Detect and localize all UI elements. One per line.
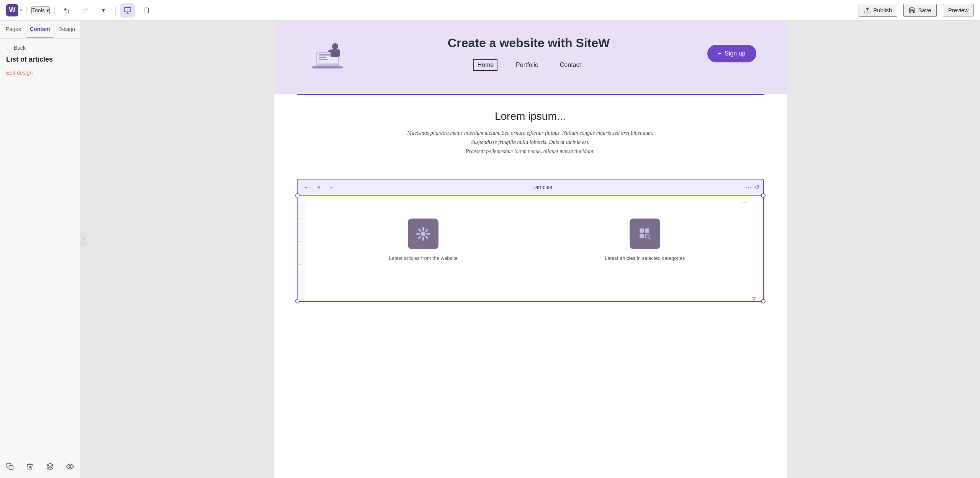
svg-marker-7 — [47, 463, 53, 467]
visibility-icon[interactable] — [63, 460, 77, 473]
divider-2 — [54, 6, 55, 15]
nav-portfolio[interactable]: Portfolio — [513, 60, 542, 70]
logo-icon: W — [6, 4, 18, 16]
svg-rect-6 — [9, 466, 13, 470]
preview-label: Preview — [948, 7, 969, 13]
history-icons: ▾ — [59, 3, 111, 18]
edit-design-link[interactable]: Edit design → — [6, 70, 74, 76]
content-section: Lorem ipsum... Maecenas pharetra metus i… — [274, 95, 787, 171]
svg-rect-23 — [426, 233, 430, 235]
svg-rect-21 — [422, 227, 424, 231]
align-center-icon[interactable]: ≡ — [314, 182, 324, 193]
mobile-view-button[interactable] — [139, 3, 154, 18]
left-ruler — [298, 196, 305, 301]
publish-label: Publish — [873, 7, 892, 13]
block-refresh-icon[interactable]: ↺ — [754, 184, 759, 191]
save-label: Save — [918, 7, 931, 13]
svg-rect-14 — [312, 66, 343, 69]
ruler-mark-4 — [298, 241, 301, 242]
website-preview: Create a website with SiteW Home Portfol… — [274, 21, 787, 478]
handle-bottom-right[interactable] — [761, 299, 766, 303]
svg-rect-12 — [319, 57, 326, 58]
hero-illustration — [304, 36, 350, 71]
topbar: W ▾ Tools ▾ ▾ — [0, 0, 980, 21]
ruler-mark-7 — [298, 276, 301, 276]
layers-icon[interactable] — [43, 460, 57, 473]
article-block-area: ← ≡ → t articles ⋯ ↺ ⋯ — [274, 171, 787, 317]
undo-button[interactable] — [59, 3, 74, 18]
tools-button[interactable]: Tools ▾ — [31, 7, 50, 14]
block-toolbar-right: ⋯ ↺ — [745, 184, 759, 191]
section-title: List of articles — [6, 55, 74, 64]
ruler-mark-2 — [298, 219, 301, 219]
content-title: Lorem ipsum... — [304, 110, 756, 122]
back-label: Back — [14, 45, 26, 51]
svg-rect-27 — [416, 233, 420, 235]
article-selection-box: ⋯ — [297, 195, 764, 302]
history-more-arrow: ▾ — [102, 7, 105, 14]
hero-section: Create a website with SiteW Home Portfol… — [274, 21, 787, 94]
preview-button[interactable]: Preview — [943, 4, 974, 16]
block-toolbar-icons: ← ≡ → — [301, 182, 337, 193]
signup-label: Sign up — [725, 50, 745, 57]
svg-rect-17 — [328, 50, 332, 52]
block-options-icon[interactable]: ⋯ — [745, 184, 751, 191]
tab-content[interactable]: Content — [27, 21, 54, 38]
ruler-mark-6 — [298, 264, 301, 265]
tools-arrow: ▾ — [46, 7, 49, 13]
hero-nav: Home Portfolio Contact — [473, 59, 584, 71]
divider-1 — [26, 6, 27, 15]
sidebar-tabs: Pages Content Design — [0, 21, 80, 39]
content-body: Maecenas pharetra metus interdum dictum.… — [396, 129, 664, 156]
desktop-view-button[interactable] — [120, 3, 135, 18]
align-right-icon[interactable]: → — [326, 182, 337, 193]
svg-point-8 — [69, 466, 71, 468]
divider-3 — [115, 6, 116, 15]
publish-button[interactable]: Publish — [859, 4, 897, 17]
latest-website-label: Latest articles from the website — [389, 255, 458, 261]
nav-home[interactable]: Home — [473, 59, 497, 71]
ruler-mark-1 — [298, 207, 301, 207]
svg-rect-0 — [124, 7, 131, 12]
redo-button[interactable] — [78, 3, 92, 18]
tools-label: Tools — [32, 7, 45, 13]
delete-icon[interactable] — [23, 460, 37, 473]
signup-button[interactable]: + Sign up — [707, 45, 756, 62]
article-options: ⋯ — [742, 199, 748, 206]
handle-top-right[interactable] — [761, 193, 766, 198]
topbar-left: W ▾ Tools ▾ ▾ — [6, 3, 154, 18]
svg-rect-13 — [319, 59, 328, 60]
sidebar: Pages Content Design ← Back List of arti… — [0, 21, 80, 478]
block-label: t articles — [532, 184, 552, 190]
latest-categories-label: Latest articles in selected categories — [605, 255, 685, 261]
hero-title: Create a website with SiteW — [448, 36, 610, 50]
hero-center: Create a website with SiteW Home Portfol… — [350, 36, 707, 71]
svg-rect-32 — [640, 234, 644, 238]
svg-rect-3 — [145, 8, 148, 13]
sidebar-collapse-handle[interactable]: ‹ — [80, 232, 87, 247]
sidebar-bottom-toolbar — [0, 455, 80, 478]
logo-button[interactable]: W ▾ — [6, 4, 22, 16]
back-arrow: ← — [6, 45, 11, 51]
svg-rect-30 — [640, 228, 644, 233]
logo-arrow: ▾ — [20, 8, 22, 12]
block-toolbar: ← ≡ → t articles ⋯ ↺ — [297, 179, 764, 195]
article-choice-latest-categories[interactable]: Latest articles in selected categories — [534, 203, 756, 276]
save-button[interactable]: Save — [903, 4, 936, 17]
tab-pages[interactable]: Pages — [0, 21, 27, 38]
duplicate-icon[interactable] — [3, 460, 17, 473]
back-button[interactable]: ← Back — [6, 45, 74, 51]
align-left-icon[interactable]: ← — [301, 182, 312, 193]
signup-icon: + — [718, 50, 722, 57]
history-more-button[interactable]: ▾ — [96, 3, 111, 18]
three-dots-icon[interactable]: ⋯ — [742, 199, 748, 206]
nav-contact[interactable]: Contact — [557, 60, 584, 70]
sidebar-content: ← Back List of articles Edit design → — [0, 39, 80, 455]
ruler-mark-5 — [298, 253, 301, 253]
svg-rect-11 — [319, 54, 330, 55]
bottom-filter-icon[interactable] — [751, 296, 757, 303]
collapse-arrow: ‹ — [83, 237, 84, 242]
svg-rect-31 — [645, 228, 649, 233]
article-choice-latest-website[interactable]: Latest articles from the website — [313, 203, 535, 276]
tab-design[interactable]: Design — [53, 21, 80, 38]
